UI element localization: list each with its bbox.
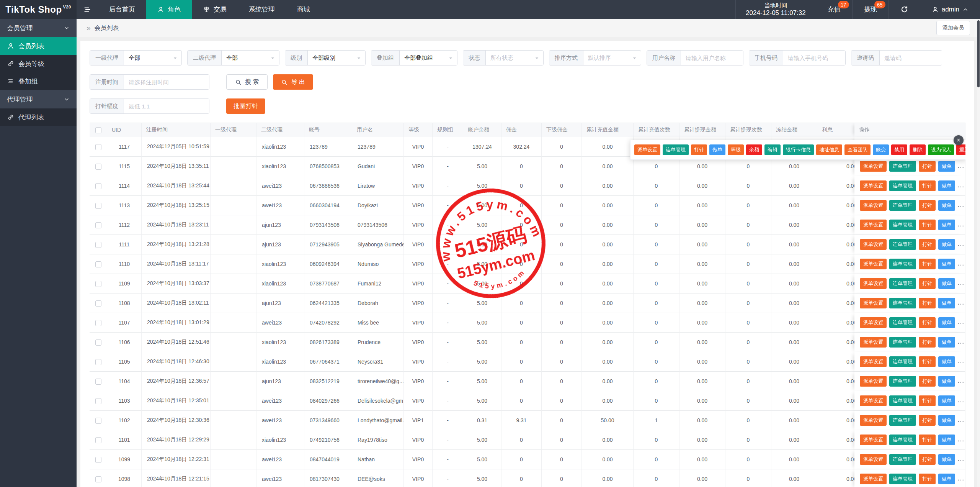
action-button-打针[interactable]: 打针 [919, 259, 936, 269]
top-menu-item-3[interactable]: 交易 [192, 0, 238, 19]
filter-select-field[interactable]: 全部 [222, 51, 279, 65]
action-button-打针[interactable]: 打针 [919, 239, 936, 250]
action-button-打针[interactable]: 打针 [919, 220, 936, 230]
popup-action-打针[interactable]: 打针 [691, 144, 707, 155]
action-button-连单管理[interactable]: 连单管理 [889, 239, 916, 250]
close-icon[interactable]: × [954, 135, 964, 145]
popup-action-删除[interactable]: 删除 [910, 144, 926, 155]
row-checkbox[interactable] [95, 164, 101, 170]
action-button-做单[interactable]: 做单 [938, 317, 955, 328]
popup-action-做单[interactable]: 做单 [709, 144, 725, 155]
row-checkbox[interactable] [95, 300, 101, 307]
action-button-连单管理[interactable]: 连单管理 [889, 474, 916, 484]
row-checkbox[interactable] [95, 281, 101, 287]
more-actions-button[interactable]: ... [958, 339, 965, 345]
action-button-做单[interactable]: 做单 [938, 356, 955, 367]
sidebar-toggle-icon[interactable] [77, 0, 98, 19]
sidebar-item-会员等级[interactable]: 会员等级 [0, 55, 77, 72]
more-actions-button[interactable]: ... [958, 378, 965, 384]
sidebar-group-1[interactable]: 会员管理 [0, 19, 77, 37]
action-button-打针[interactable]: 打针 [919, 278, 936, 289]
scrollbar-thumb[interactable] [977, 20, 980, 87]
vertical-scrollbar[interactable] [977, 19, 980, 487]
popup-action-设为假人[interactable]: 设为假人 [928, 144, 954, 155]
action-button-派单设置[interactable]: 派单设置 [860, 259, 887, 269]
action-button-打针[interactable]: 打针 [919, 298, 936, 308]
action-button-打针[interactable]: 打针 [919, 435, 936, 445]
select-all-checkbox[interactable] [95, 127, 101, 133]
popup-action-银行卡信息[interactable]: 银行卡信息 [783, 144, 814, 155]
more-actions-button[interactable]: ... [958, 358, 965, 364]
row-checkbox[interactable] [95, 242, 101, 248]
recharge-link[interactable]: 充值 17 [816, 0, 852, 19]
action-button-做单[interactable]: 做单 [938, 298, 955, 308]
more-actions-button[interactable]: ... [958, 280, 965, 286]
popup-action-等级[interactable]: 等级 [728, 144, 744, 155]
add-member-button[interactable]: 添加会员 [936, 21, 970, 35]
popup-action-查看团队[interactable]: 查看团队 [844, 144, 871, 155]
action-button-打针[interactable]: 打针 [919, 376, 936, 387]
batch-inject-button[interactable]: 批量打针 [226, 98, 265, 114]
action-button-做单[interactable]: 做单 [938, 454, 955, 465]
action-button-连单管理[interactable]: 连单管理 [889, 298, 916, 308]
action-button-打针[interactable]: 打针 [919, 161, 936, 172]
sidebar-item-叠加组[interactable]: 叠加组 [0, 72, 77, 90]
action-button-做单[interactable]: 做单 [938, 395, 955, 406]
more-actions-button[interactable]: ... [958, 436, 965, 443]
row-checkbox[interactable] [95, 457, 101, 463]
top-menu-item-2[interactable]: 角色 [146, 0, 192, 19]
action-button-派单设置[interactable]: 派单设置 [860, 200, 887, 211]
popup-action-地址信息[interactable]: 地址信息 [816, 144, 842, 155]
filter-select-field[interactable]: 默认排序 [583, 51, 641, 65]
action-button-做单[interactable]: 做单 [938, 376, 955, 387]
action-button-派单设置[interactable]: 派单设置 [860, 317, 887, 328]
action-button-连单管理[interactable]: 连单管理 [889, 435, 916, 445]
action-button-做单[interactable]: 做单 [938, 161, 955, 172]
action-button-派单设置[interactable]: 派单设置 [860, 180, 887, 191]
action-button-做单[interactable]: 做单 [938, 337, 955, 348]
filter-input-field[interactable] [880, 51, 942, 65]
action-button-做单[interactable]: 做单 [938, 200, 955, 211]
action-button-派单设置[interactable]: 派单设置 [860, 474, 887, 484]
action-button-做单[interactable]: 做单 [938, 259, 955, 269]
more-actions-button[interactable]: ... [958, 417, 965, 423]
row-checkbox[interactable] [95, 203, 101, 209]
action-button-派单设置[interactable]: 派单设置 [860, 239, 887, 250]
sidebar-group-2[interactable]: 代理管理 [0, 90, 77, 108]
action-button-派单设置[interactable]: 派单设置 [860, 298, 887, 308]
action-button-打针[interactable]: 打针 [919, 317, 936, 328]
top-menu-item-4[interactable]: 系统管理 [238, 0, 286, 19]
action-button-打针[interactable]: 打针 [919, 200, 936, 211]
inject-range-input[interactable] [124, 99, 209, 113]
action-button-派单设置[interactable]: 派单设置 [860, 435, 887, 445]
action-button-派单设置[interactable]: 派单设置 [860, 337, 887, 348]
app-logo[interactable]: TikTok ShopV20 [0, 0, 77, 19]
action-button-派单设置[interactable]: 派单设置 [860, 395, 887, 406]
more-actions-button[interactable]: ... [958, 182, 965, 189]
action-button-做单[interactable]: 做单 [938, 220, 955, 230]
action-button-派单设置[interactable]: 派单设置 [860, 161, 887, 172]
filter-input-field[interactable] [783, 51, 845, 65]
action-button-连单管理[interactable]: 连单管理 [889, 278, 916, 289]
popup-action-编辑[interactable]: 编辑 [764, 144, 781, 155]
action-button-派单设置[interactable]: 派单设置 [860, 415, 887, 426]
register-time-input[interactable] [124, 75, 209, 89]
user-menu[interactable]: admin [920, 0, 980, 19]
action-button-派单设置[interactable]: 派单设置 [860, 356, 887, 367]
action-button-做单[interactable]: 做单 [938, 474, 955, 484]
more-actions-button[interactable]: ... [958, 476, 965, 482]
action-button-打针[interactable]: 打针 [919, 415, 936, 426]
popup-action-重置订单[interactable]: 重置订单 [956, 144, 965, 155]
filter-select-field[interactable]: 全部叠加组 [400, 51, 457, 65]
action-button-派单设置[interactable]: 派单设置 [860, 278, 887, 289]
popup-action-派单设置[interactable]: 派单设置 [634, 144, 660, 155]
more-actions-button[interactable]: ... [958, 456, 965, 462]
action-button-做单[interactable]: 做单 [938, 180, 955, 191]
action-button-派单设置[interactable]: 派单设置 [860, 376, 887, 387]
action-button-打针[interactable]: 打针 [919, 395, 936, 406]
search-button[interactable]: 搜 索 [226, 74, 268, 90]
more-actions-button[interactable]: ... [958, 221, 965, 228]
refresh-icon[interactable] [889, 0, 920, 19]
row-checkbox[interactable] [95, 476, 101, 482]
action-button-连单管理[interactable]: 连单管理 [889, 220, 916, 230]
